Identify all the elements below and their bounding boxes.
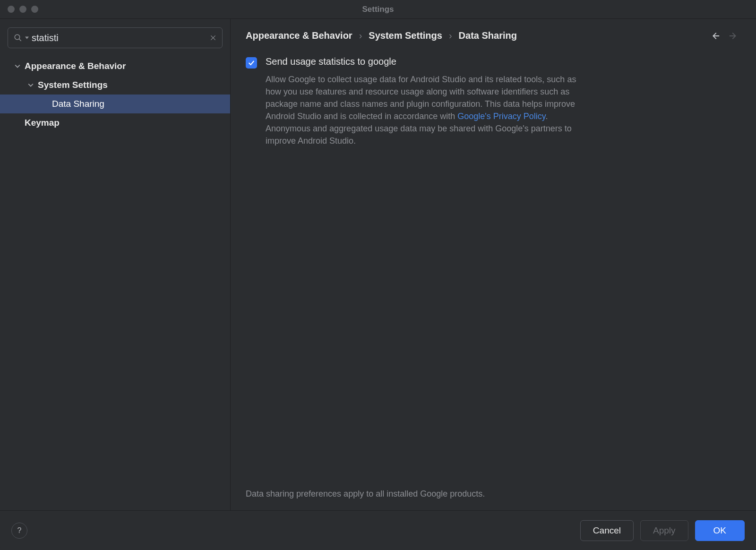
- tree-label: System Settings: [38, 80, 108, 90]
- help-button[interactable]: ?: [11, 523, 27, 539]
- titlebar: Settings: [0, 0, 756, 19]
- zoom-button[interactable]: [31, 6, 38, 13]
- send-stats-label[interactable]: Send usage statistics to google: [266, 56, 396, 67]
- minimize-button[interactable]: [19, 6, 26, 13]
- ok-button[interactable]: OK: [695, 520, 745, 541]
- svg-line-1: [19, 39, 21, 41]
- tree-item-system-settings[interactable]: System Settings: [0, 76, 230, 95]
- sidebar: Appearance & Behavior System Settings Da…: [0, 19, 231, 510]
- footer-note: Data sharing preferences apply to all in…: [231, 489, 756, 510]
- search-dropdown-icon[interactable]: [25, 36, 29, 40]
- content-header: Appearance & Behavior › System Settings …: [231, 19, 756, 47]
- breadcrumb-segment[interactable]: Appearance & Behavior: [246, 30, 352, 41]
- breadcrumb-sep: ›: [449, 30, 452, 41]
- breadcrumb-segment: Data Sharing: [459, 30, 517, 41]
- cancel-button[interactable]: Cancel: [580, 520, 634, 541]
- content-body: Send usage statistics to google Allow Go…: [231, 47, 756, 489]
- close-button[interactable]: [8, 6, 15, 13]
- breadcrumb-segment[interactable]: System Settings: [369, 30, 442, 41]
- tree-label: Keymap: [25, 118, 60, 128]
- send-stats-checkbox[interactable]: [246, 57, 257, 69]
- chevron-down-icon: [27, 82, 34, 88]
- window-title: Settings: [362, 5, 394, 14]
- dialog-footer: ? Cancel Apply OK: [0, 510, 756, 550]
- window-controls: [8, 6, 38, 13]
- tree-item-keymap[interactable]: Keymap: [0, 113, 230, 132]
- search-icon: [14, 34, 22, 42]
- settings-window: Settings: [0, 0, 756, 550]
- apply-button: Apply: [640, 520, 688, 541]
- clear-search-icon[interactable]: [210, 34, 216, 41]
- tree-label: Appearance & Behavior: [25, 61, 126, 71]
- search-field[interactable]: [8, 27, 223, 48]
- send-stats-description: Allow Google to collect usage data for A…: [246, 73, 576, 147]
- help-icon: ?: [17, 526, 22, 535]
- svg-point-0: [15, 34, 20, 40]
- tree-label: Data Sharing: [52, 99, 104, 109]
- breadcrumb-nav: [710, 31, 741, 41]
- breadcrumb-sep: ›: [359, 30, 362, 41]
- settings-tree: Appearance & Behavior System Settings Da…: [0, 54, 230, 510]
- search-wrap: [0, 25, 230, 54]
- body: Appearance & Behavior System Settings Da…: [0, 19, 756, 510]
- nav-back-icon[interactable]: [710, 31, 720, 41]
- chevron-down-icon: [14, 63, 21, 69]
- content-pane: Appearance & Behavior › System Settings …: [231, 19, 756, 510]
- breadcrumb: Appearance & Behavior › System Settings …: [246, 30, 517, 41]
- privacy-policy-link[interactable]: Google's Privacy Policy: [457, 112, 545, 121]
- tree-item-data-sharing[interactable]: Data Sharing: [0, 95, 230, 113]
- nav-forward-icon: [729, 31, 739, 41]
- option-send-stats: Send usage statistics to google: [246, 56, 741, 69]
- search-input[interactable]: [32, 33, 207, 43]
- tree-item-appearance-behavior[interactable]: Appearance & Behavior: [0, 57, 230, 76]
